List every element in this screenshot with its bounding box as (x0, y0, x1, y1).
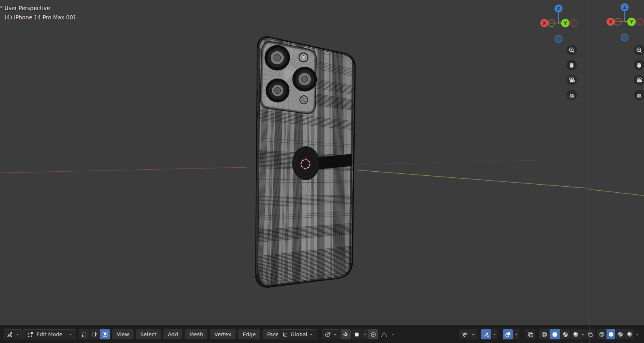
orthographic-toggle-button[interactable] (567, 90, 577, 100)
transform-orientation-dropdown[interactable]: Global (278, 329, 317, 339)
xray-toggle-icon (527, 331, 534, 338)
axis-z-label: Z (557, 6, 560, 11)
proportional-editing-toggle[interactable] (368, 329, 378, 339)
editor-type-selector[interactable] (4, 329, 22, 339)
snap-target-icon (353, 331, 360, 338)
chevron-down-icon (364, 332, 367, 336)
solid-shading-icon (608, 331, 614, 337)
chevron-down-icon (309, 332, 313, 336)
chevron-down-icon (581, 332, 585, 336)
axis-x-label: X (543, 21, 546, 26)
menu-vertex[interactable]: Vertex (210, 329, 236, 339)
chevron-down-icon (16, 332, 19, 336)
zoom-icon (636, 47, 642, 53)
shading-wireframe-button[interactable] (539, 329, 549, 339)
wireframe-shading-icon (541, 331, 548, 338)
pan-hand-icon (636, 62, 642, 68)
orthographic-grid-icon (569, 92, 575, 98)
menu-edge[interactable]: Edge (238, 329, 260, 339)
axis-navigation-gizmo-2[interactable]: Z X Y (604, 1, 644, 43)
eye-cursor-icon (462, 331, 469, 338)
show-gizmos-toggle[interactable] (481, 329, 491, 339)
show-overlays-toggle[interactable] (503, 329, 513, 339)
shading-options-chevron[interactable] (580, 329, 586, 339)
chevron-down-icon (514, 332, 518, 336)
menu-view[interactable]: View (112, 329, 134, 339)
camera-view-button-2[interactable] (634, 75, 644, 85)
pivot-point-icon (324, 331, 331, 338)
mode-selector-dropdown[interactable]: Edit Mode (23, 329, 76, 339)
chevron-down-icon (391, 332, 395, 336)
gizmos-options-chevron[interactable] (491, 329, 498, 339)
snap-options-chevron[interactable] (362, 329, 368, 339)
shading-material-button-vp2[interactable] (616, 329, 625, 339)
axis-neg-z-ball[interactable] (555, 35, 562, 42)
edit-mode-icon (27, 331, 33, 338)
snap-target-button[interactable] (351, 329, 362, 339)
vertex-select-mode-button[interactable] (79, 329, 89, 339)
menu-add[interactable]: Add (163, 329, 182, 339)
shading-solid-button[interactable] (550, 329, 560, 339)
chevron-down-icon (471, 332, 475, 336)
shading-solid-button-vp2[interactable] (606, 329, 615, 339)
face-select-icon (102, 331, 108, 337)
panel-collapse-arrow[interactable]: > (0, 4, 3, 10)
mode-selector-label: Edit Mode (36, 331, 63, 337)
axis-x-label: X (609, 19, 613, 25)
pan-hand-icon (569, 62, 575, 68)
shading-material-button[interactable] (560, 329, 570, 339)
axis-z-label: Z (623, 5, 626, 10)
rendered-shading-icon (627, 331, 633, 337)
magnet-icon (343, 331, 349, 338)
snap-toggle-button[interactable] (341, 329, 351, 339)
overlays-options-chevron[interactable] (513, 329, 519, 339)
shading-options-chevron-vp2[interactable] (634, 329, 640, 339)
chevron-down-icon (636, 332, 639, 336)
pan-button-2[interactable] (634, 60, 644, 70)
axis-neg-z-ball[interactable] (621, 34, 628, 41)
axis-neg-x-ball[interactable] (571, 20, 577, 27)
3d-viewport[interactable]: > User Perspective (4) iPhone 14 Pro Max… (0, 0, 644, 325)
axis-y-label: Y (563, 21, 567, 26)
editor-type-3d-viewport-icon (6, 331, 13, 338)
axis-y-label: Y (629, 19, 634, 25)
orthographic-grid-icon (636, 92, 642, 98)
camera-view-icon (636, 77, 642, 83)
material-shading-icon (562, 331, 569, 338)
camera-view-icon (569, 77, 575, 83)
area-divider[interactable] (589, 0, 590, 343)
chevron-down-icon (333, 332, 337, 336)
shading-wireframe-button-vp2[interactable] (597, 329, 606, 339)
face-select-mode-button[interactable] (100, 329, 110, 339)
gizmo-toggle-icon (483, 331, 489, 338)
rendered-shading-icon (573, 331, 579, 338)
zoom-button[interactable] (567, 45, 577, 55)
viewport-header: Edit Mode View Se (0, 325, 644, 343)
zoom-button-2[interactable] (634, 45, 644, 55)
shading-rendered-button-vp2[interactable] (625, 329, 634, 339)
proportional-falloff-button[interactable] (379, 329, 389, 339)
object-types-visibility-dropdown[interactable] (459, 329, 477, 339)
vertex-select-icon (81, 331, 87, 337)
xray-toggle[interactable] (525, 329, 535, 339)
menu-mesh[interactable]: Mesh (185, 329, 207, 339)
axis-navigation-gizmo[interactable]: Z X Y (538, 2, 579, 44)
transform-orientation-icon (282, 331, 288, 337)
pivot-point-dropdown[interactable] (322, 329, 339, 339)
chevron-down-icon (493, 332, 496, 336)
menu-select[interactable]: Select (136, 329, 161, 339)
edge-select-icon (92, 331, 98, 337)
camera-view-button[interactable] (567, 75, 577, 85)
orthographic-toggle-button-2[interactable] (634, 90, 644, 100)
pan-button[interactable] (567, 60, 577, 70)
axis-neg-x-ball[interactable] (637, 19, 644, 25)
edge-select-mode-button[interactable] (90, 329, 100, 339)
xray-toggle-vp2[interactable] (586, 329, 595, 339)
zoom-icon (569, 47, 575, 53)
solid-shading-icon (552, 331, 558, 338)
falloff-chevron[interactable] (390, 329, 396, 339)
wireframe-shading-icon (599, 331, 605, 337)
proportional-editing-icon (370, 331, 376, 338)
material-shading-icon (617, 331, 623, 337)
shading-rendered-button[interactable] (571, 329, 581, 339)
